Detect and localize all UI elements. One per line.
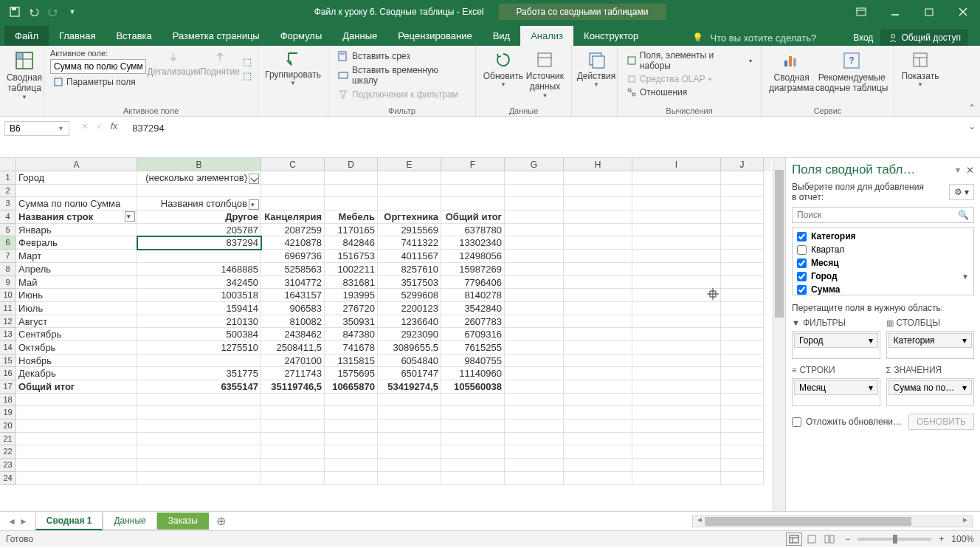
cell[interactable]: Канцелярия — [261, 210, 325, 224]
cell[interactable]: 741678 — [325, 341, 378, 355]
cell[interactable]: Названия столбцов — [137, 197, 261, 210]
cancel-formula-icon[interactable]: ✕ — [81, 121, 89, 131]
cell[interactable] — [16, 472, 137, 485]
sheet-nav-prev[interactable]: ◄ — [7, 516, 16, 527]
cell[interactable]: Мебель — [325, 210, 378, 224]
cell[interactable] — [505, 406, 564, 419]
cell[interactable]: Общий итог — [16, 380, 137, 394]
column-item-category[interactable]: Категория▾ — [888, 333, 973, 348]
share-button[interactable]: Общий доступ — [880, 30, 968, 46]
select-all-corner[interactable] — [0, 158, 16, 171]
cell[interactable] — [632, 445, 721, 459]
cell[interactable] — [721, 433, 764, 446]
cell[interactable] — [505, 394, 564, 407]
cell[interactable]: 1516753 — [325, 250, 378, 263]
cell[interactable] — [505, 433, 564, 446]
cell[interactable] — [441, 171, 505, 185]
cell[interactable]: 1468885 — [137, 263, 261, 276]
values-area[interactable]: Сумма по по…▾ — [886, 378, 975, 406]
recommended-pivot-button[interactable]: ?Рекомендуемые сводные таблицы — [815, 49, 888, 114]
cell[interactable] — [721, 210, 764, 224]
cell[interactable] — [137, 185, 261, 198]
cell[interactable]: 1315815 — [325, 355, 378, 368]
cell[interactable] — [137, 459, 261, 472]
cell[interactable]: Июль — [16, 302, 137, 315]
cell[interactable] — [505, 302, 564, 315]
cell[interactable]: 837294 — [137, 236, 261, 250]
filter-connections-button[interactable]: Подключения к фильтрам — [334, 87, 469, 102]
cell[interactable] — [16, 419, 137, 433]
cell[interactable] — [721, 289, 764, 302]
field-checkbox[interactable] — [797, 232, 807, 242]
row-header[interactable]: 11 — [0, 302, 16, 315]
olap-tools-button[interactable]: Средства OLAP ▾ — [624, 72, 755, 86]
cell[interactable] — [378, 459, 441, 472]
cell[interactable]: 7796406 — [441, 276, 505, 290]
row-header[interactable]: 5 — [0, 224, 16, 237]
cell[interactable] — [378, 472, 441, 485]
row-header[interactable]: 16 — [0, 367, 16, 380]
cell[interactable] — [441, 406, 505, 419]
cell[interactable]: Февраль — [16, 236, 137, 250]
cell[interactable] — [378, 445, 441, 459]
minimize-button[interactable] — [878, 0, 912, 24]
cell[interactable]: Январь — [16, 224, 137, 237]
cell[interactable] — [378, 394, 441, 407]
cell[interactable] — [441, 419, 505, 433]
cell[interactable]: 500384 — [137, 328, 261, 341]
cell[interactable]: 193995 — [325, 289, 378, 302]
cell[interactable] — [505, 355, 564, 368]
cell[interactable] — [564, 276, 632, 290]
cell[interactable]: 205787 — [137, 224, 261, 237]
expand-field-icon[interactable]: ⬚ — [243, 56, 252, 67]
cell[interactable] — [721, 315, 764, 329]
col-header-f[interactable]: F — [441, 158, 505, 171]
cell[interactable] — [325, 433, 378, 446]
row-header[interactable]: 4 — [0, 210, 16, 224]
cell[interactable]: 3089655,5 — [378, 341, 441, 355]
cell[interactable] — [505, 236, 564, 250]
cell[interactable] — [378, 185, 441, 198]
cell[interactable]: 6969736 — [261, 250, 325, 263]
tab-formulas[interactable]: Формулы — [270, 26, 333, 46]
page-layout-button[interactable] — [804, 532, 820, 546]
row-header[interactable]: 20 — [0, 419, 16, 433]
cell[interactable] — [632, 236, 721, 250]
cell[interactable] — [564, 355, 632, 368]
cell[interactable] — [564, 263, 632, 276]
row-header[interactable]: 18 — [0, 394, 16, 407]
cell[interactable]: 2087259 — [261, 224, 325, 237]
cell[interactable]: Другое — [137, 210, 261, 224]
col-header-b[interactable]: B — [137, 158, 261, 171]
tab-design[interactable]: Конструктор — [573, 26, 649, 46]
col-header-h[interactable]: H — [564, 158, 632, 171]
value-item-sum[interactable]: Сумма по по…▾ — [888, 380, 973, 395]
row-item-month[interactable]: Месяц▾ — [794, 380, 878, 395]
cell[interactable] — [261, 394, 325, 407]
cell[interactable] — [632, 472, 721, 485]
cell[interactable]: 351775 — [137, 367, 261, 380]
cell[interactable] — [564, 459, 632, 472]
maximize-button[interactable] — [912, 0, 946, 24]
cell[interactable]: 1643157 — [261, 289, 325, 302]
cell[interactable] — [325, 472, 378, 485]
cell[interactable]: 1002211 — [325, 263, 378, 276]
fx-icon[interactable]: fx — [111, 121, 117, 131]
sheet-tab-data[interactable]: Данные — [103, 513, 156, 530]
row-header[interactable]: 8 — [0, 263, 16, 276]
cell[interactable]: 210130 — [137, 315, 261, 329]
cell[interactable] — [378, 171, 441, 185]
cell[interactable] — [564, 185, 632, 198]
cell[interactable] — [564, 224, 632, 237]
cell[interactable] — [137, 472, 261, 485]
expand-formula-bar[interactable]: ⌄ — [968, 121, 976, 131]
field-checkbox[interactable] — [797, 285, 807, 295]
refresh-button[interactable]: Обновить▼ — [482, 49, 525, 114]
cell[interactable]: Октябрь — [16, 341, 137, 355]
cell[interactable] — [721, 472, 764, 485]
cell[interactable] — [564, 328, 632, 341]
filter-item-city[interactable]: Город▾ — [794, 333, 878, 348]
cell[interactable] — [16, 394, 137, 407]
cell[interactable] — [137, 445, 261, 459]
cell[interactable] — [505, 197, 564, 210]
